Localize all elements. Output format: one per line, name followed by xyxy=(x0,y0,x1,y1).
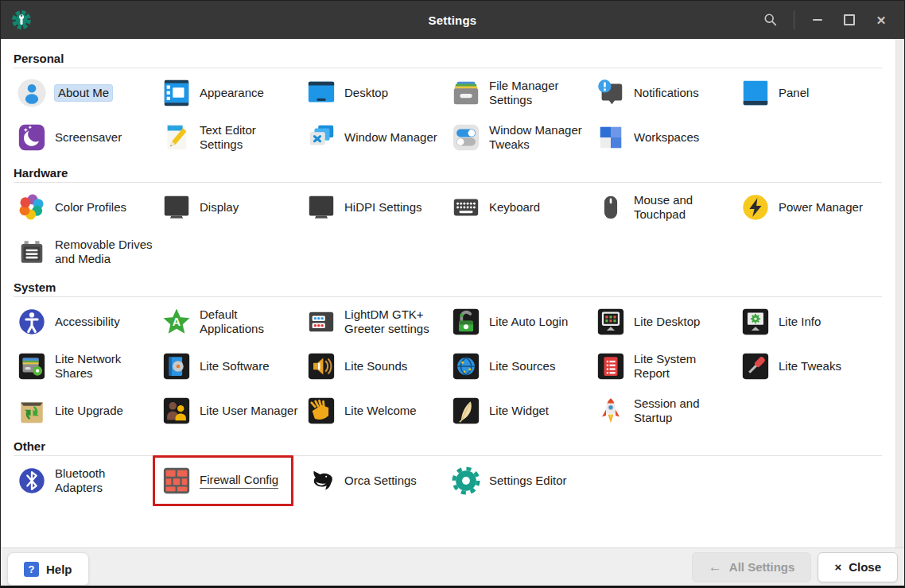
notifications-icon xyxy=(596,78,626,108)
search-icon[interactable] xyxy=(757,8,784,32)
item-label: Lite System Report xyxy=(634,352,734,381)
lightdm-icon xyxy=(306,307,336,337)
settings-item-lite-auto-login[interactable]: Lite Auto Login xyxy=(448,300,592,344)
settings-item-default-applications[interactable]: ADefault Applications xyxy=(158,300,303,344)
settings-item-lite-upgrade[interactable]: Lite Upgrade xyxy=(14,389,158,433)
settings-item-color-profiles[interactable]: Color Profiles xyxy=(14,185,158,230)
help-button[interactable]: ? Help xyxy=(7,552,89,586)
settings-item-window-manager-tweaks[interactable]: Window Manager Tweaks xyxy=(448,115,592,160)
item-label: Lite Desktop xyxy=(634,315,700,329)
item-label: Lite Sounds xyxy=(344,359,407,373)
settings-item-bluetooth-adapters[interactable]: Bluetooth Adapters xyxy=(14,458,158,503)
section-system: SystemAccessibilityADefault Applications… xyxy=(14,280,882,433)
settings-item-lite-network-shares[interactable]: Lite Network Shares xyxy=(14,344,158,389)
lite-widget-icon xyxy=(451,396,481,426)
lite-tweaks-icon xyxy=(740,351,771,381)
settings-item-lite-info[interactable]: Lite Info xyxy=(737,300,882,344)
settings-item-lite-user-manager[interactable]: Lite User Manager xyxy=(158,389,303,433)
settings-manager-icon xyxy=(10,9,33,31)
item-label: Removable Drives and Media xyxy=(55,238,155,266)
item-label: Desktop xyxy=(344,86,388,100)
settings-item-removable-drives-and-media[interactable]: Removable Drives and Media xyxy=(14,230,158,274)
section-personal: PersonalAbout MeAppearanceDesktopFile Ma… xyxy=(14,52,882,160)
item-label: Lite Upgrade xyxy=(55,404,123,418)
scrollbar[interactable] xyxy=(895,39,904,547)
settings-item-firewall-config[interactable]: Firewall Config xyxy=(158,458,303,503)
close-label: Close xyxy=(849,560,881,574)
settings-item-text-editor-settings[interactable]: Text Editor Settings xyxy=(158,115,303,160)
settings-item-workspaces[interactable]: Workspaces xyxy=(592,115,737,160)
section-heading: System xyxy=(14,280,882,294)
settings-item-settings-editor[interactable]: Settings Editor xyxy=(448,458,592,503)
lite-desktop-icon xyxy=(596,307,626,337)
wm-tweaks-icon xyxy=(451,122,481,153)
section-hardware: HardwareColor ProfilesDisplayHiDPI Setti… xyxy=(14,166,882,274)
power-manager-icon xyxy=(740,192,771,222)
settings-item-notifications[interactable]: Notifications xyxy=(592,71,737,115)
section-heading: Hardware xyxy=(14,166,882,180)
screensaver-icon xyxy=(17,122,47,153)
settings-item-accessibility[interactable]: Accessibility xyxy=(14,300,158,344)
settings-item-session-and-startup[interactable]: Session and Startup xyxy=(592,389,737,433)
settings-item-lite-tweaks[interactable]: Lite Tweaks xyxy=(737,344,882,389)
settings-item-lite-welcome[interactable]: Lite Welcome xyxy=(303,389,448,433)
section-grid: Bluetooth AdaptersFirewall ConfigOrca Se… xyxy=(14,458,882,503)
item-label: Lite User Manager xyxy=(200,404,297,418)
maximize-icon[interactable] xyxy=(836,8,863,32)
section-grid: Color ProfilesDisplayHiDPI SettingsKeybo… xyxy=(14,185,882,274)
settings-item-lightdm-gtk-greeter-settings[interactable]: LightDM GTK+ Greeter settings xyxy=(303,300,448,344)
settings-item-mouse-and-touchpad[interactable]: Mouse and Touchpad xyxy=(592,185,737,230)
window-manager-icon xyxy=(306,122,336,153)
help-icon: ? xyxy=(24,562,39,577)
lite-auto-login-icon xyxy=(451,307,481,337)
settings-editor-icon xyxy=(451,466,481,496)
item-label: Firewall Config xyxy=(200,473,278,489)
svg-text:A: A xyxy=(173,315,181,328)
settings-window: Settings ✕ PersonalAbout MeAppearanceDes… xyxy=(0,0,905,588)
keyboard-icon xyxy=(451,192,481,222)
workspaces-icon xyxy=(596,122,626,153)
settings-item-display[interactable]: Display xyxy=(158,185,303,230)
item-label: Lite Network Shares xyxy=(55,352,155,381)
settings-item-window-manager[interactable]: Window Manager xyxy=(303,115,448,160)
settings-item-appearance[interactable]: Appearance xyxy=(158,71,303,115)
settings-item-lite-sources[interactable]: Lite Sources xyxy=(448,344,592,389)
section-grid: About MeAppearanceDesktopFile Manager Se… xyxy=(14,71,882,160)
settings-item-lite-software[interactable]: Lite Software xyxy=(158,344,303,389)
settings-item-lite-sounds[interactable]: Lite Sounds xyxy=(303,344,448,389)
settings-item-lite-widget[interactable]: Lite Widget xyxy=(448,389,592,433)
settings-item-file-manager-settings[interactable]: File Manager Settings xyxy=(448,71,592,115)
settings-item-lite-desktop[interactable]: Lite Desktop xyxy=(592,300,737,344)
close-x-icon: × xyxy=(834,560,841,574)
item-label: Lite Welcome xyxy=(344,404,417,418)
desktop-icon xyxy=(306,78,336,108)
lite-sounds-icon xyxy=(306,351,336,381)
session-startup-icon xyxy=(596,396,626,426)
close-icon[interactable]: ✕ xyxy=(868,8,895,32)
settings-item-power-manager[interactable]: Power Manager xyxy=(737,185,882,230)
item-label: HiDPI Settings xyxy=(344,200,422,215)
bluetooth-icon xyxy=(17,466,47,496)
orca-icon xyxy=(306,466,336,496)
item-label: About Me xyxy=(55,85,112,101)
close-button[interactable]: × Close xyxy=(818,552,898,582)
all-settings-button[interactable]: ← All Settings xyxy=(692,552,812,582)
settings-item-screensaver[interactable]: Screensaver xyxy=(14,115,158,160)
item-label: Lite Widget xyxy=(489,404,549,418)
minimize-icon[interactable] xyxy=(804,8,831,32)
item-label: Orca Settings xyxy=(344,474,417,488)
settings-item-hidpi-settings[interactable]: HiDPI Settings xyxy=(303,185,448,230)
settings-item-keyboard[interactable]: Keyboard xyxy=(448,185,592,230)
item-label: Lite Tweaks xyxy=(779,359,841,373)
titlebar-controls: ✕ xyxy=(757,8,904,32)
settings-item-orca-settings[interactable]: Orca Settings xyxy=(303,458,448,503)
settings-item-panel[interactable]: Panel xyxy=(737,71,882,115)
item-label: Color Profiles xyxy=(55,200,126,215)
text-editor-icon xyxy=(161,122,192,153)
section-grid: AccessibilityADefault ApplicationsLightD… xyxy=(14,300,882,433)
settings-item-about-me[interactable]: About Me xyxy=(14,71,158,115)
settings-item-lite-system-report[interactable]: Lite System Report xyxy=(592,344,737,389)
lite-upgrade-icon xyxy=(17,396,47,426)
settings-item-desktop[interactable]: Desktop xyxy=(303,71,448,115)
item-label: Panel xyxy=(779,86,809,100)
